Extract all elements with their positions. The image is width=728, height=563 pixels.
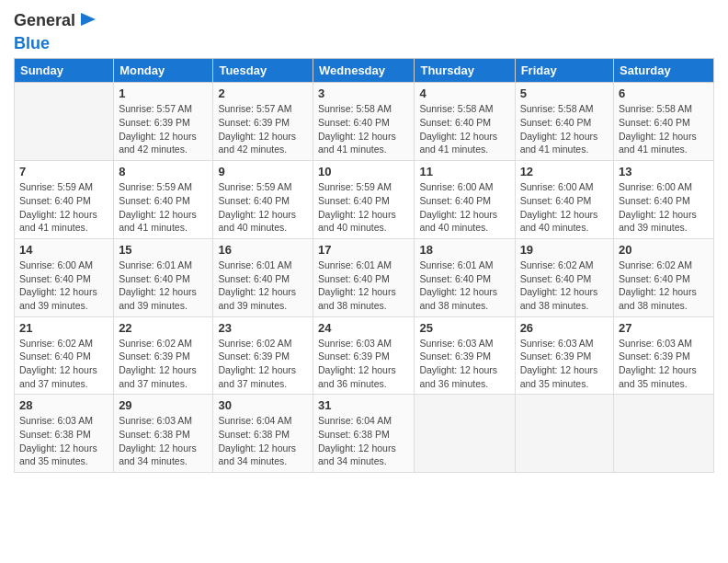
day-cell: 12Sunrise: 6:00 AMSunset: 6:40 PMDayligh… [515, 161, 613, 239]
day-number: 27 [619, 321, 709, 335]
calendar-table: SundayMondayTuesdayWednesdayThursdayFrid… [14, 58, 714, 473]
day-cell: 4Sunrise: 5:58 AMSunset: 6:40 PMDaylight… [415, 83, 515, 161]
week-row-1: 1Sunrise: 5:57 AMSunset: 6:39 PMDaylight… [15, 83, 714, 161]
day-number: 10 [318, 165, 409, 178]
day-cell: 5Sunrise: 5:58 AMSunset: 6:40 PMDaylight… [515, 83, 613, 161]
logo: General Blue [14, 9, 97, 52]
day-cell: 22Sunrise: 6:02 AMSunset: 6:39 PMDayligh… [114, 316, 213, 395]
day-detail: Sunrise: 6:02 AMSunset: 6:40 PMDaylight:… [19, 337, 108, 391]
day-number: 17 [318, 243, 409, 257]
day-detail: Sunrise: 6:01 AMSunset: 6:40 PMDaylight:… [218, 259, 308, 313]
day-cell: 20Sunrise: 6:02 AMSunset: 6:40 PMDayligh… [614, 238, 714, 316]
day-cell: 31Sunrise: 6:04 AMSunset: 6:38 PMDayligh… [313, 395, 415, 473]
day-cell: 13Sunrise: 6:00 AMSunset: 6:40 PMDayligh… [614, 161, 714, 239]
day-number: 5 [520, 86, 609, 100]
header-monday: Monday [114, 59, 213, 83]
day-detail: Sunrise: 6:00 AMSunset: 6:40 PMDaylight:… [619, 180, 709, 235]
logo-blue: Blue [14, 34, 97, 53]
day-detail: Sunrise: 6:02 AMSunset: 6:40 PMDaylight:… [520, 259, 609, 313]
day-number: 2 [218, 86, 308, 100]
day-cell: 2Sunrise: 5:57 AMSunset: 6:39 PMDaylight… [213, 83, 313, 161]
header-friday: Friday [515, 59, 613, 83]
day-cell: 15Sunrise: 6:01 AMSunset: 6:40 PMDayligh… [114, 238, 213, 316]
day-detail: Sunrise: 6:03 AMSunset: 6:38 PMDaylight:… [119, 414, 208, 468]
day-number: 28 [19, 398, 108, 412]
day-number: 20 [619, 243, 709, 257]
week-row-3: 14Sunrise: 6:00 AMSunset: 6:40 PMDayligh… [15, 238, 714, 316]
day-cell: 24Sunrise: 6:03 AMSunset: 6:39 PMDayligh… [313, 316, 415, 395]
day-detail: Sunrise: 5:57 AMSunset: 6:39 PMDaylight:… [218, 102, 308, 156]
day-detail: Sunrise: 6:00 AMSunset: 6:40 PMDaylight:… [520, 180, 609, 235]
day-detail: Sunrise: 5:58 AMSunset: 6:40 PMDaylight:… [318, 102, 409, 156]
day-cell [15, 83, 114, 161]
day-detail: Sunrise: 5:58 AMSunset: 6:40 PMDaylight:… [520, 102, 609, 156]
page: General Blue SundayMondayTuesdayWednesda… [0, 0, 728, 563]
day-number: 13 [619, 165, 709, 178]
day-cell: 10Sunrise: 5:59 AMSunset: 6:40 PMDayligh… [313, 161, 415, 239]
day-number: 31 [318, 398, 409, 412]
day-detail: Sunrise: 6:02 AMSunset: 6:39 PMDaylight:… [119, 337, 208, 391]
day-cell: 30Sunrise: 6:04 AMSunset: 6:38 PMDayligh… [213, 395, 313, 473]
calendar-header-row: SundayMondayTuesdayWednesdayThursdayFrid… [15, 59, 714, 83]
day-detail: Sunrise: 6:01 AMSunset: 6:40 PMDaylight:… [318, 259, 409, 313]
day-cell: 18Sunrise: 6:01 AMSunset: 6:40 PMDayligh… [415, 238, 515, 316]
day-detail: Sunrise: 6:03 AMSunset: 6:38 PMDaylight:… [19, 414, 108, 468]
day-cell: 27Sunrise: 6:03 AMSunset: 6:39 PMDayligh… [614, 316, 714, 395]
day-number: 25 [419, 321, 509, 335]
day-cell: 25Sunrise: 6:03 AMSunset: 6:39 PMDayligh… [415, 316, 515, 395]
day-detail: Sunrise: 6:03 AMSunset: 6:39 PMDaylight:… [520, 337, 609, 391]
logo-general: General [14, 9, 97, 34]
day-cell: 23Sunrise: 6:02 AMSunset: 6:39 PMDayligh… [213, 316, 313, 395]
day-detail: Sunrise: 6:02 AMSunset: 6:40 PMDaylight:… [619, 259, 709, 313]
logo-icon [77, 9, 97, 29]
day-detail: Sunrise: 6:00 AMSunset: 6:40 PMDaylight:… [419, 180, 509, 235]
day-number: 30 [218, 398, 308, 412]
day-number: 18 [419, 243, 509, 257]
day-number: 11 [419, 165, 509, 178]
day-number: 7 [19, 165, 108, 178]
header-thursday: Thursday [415, 59, 515, 83]
day-cell: 8Sunrise: 5:59 AMSunset: 6:40 PMDaylight… [114, 161, 213, 239]
day-cell: 16Sunrise: 6:01 AMSunset: 6:40 PMDayligh… [213, 238, 313, 316]
day-cell: 3Sunrise: 5:58 AMSunset: 6:40 PMDaylight… [313, 83, 415, 161]
day-number: 6 [619, 86, 709, 100]
day-cell: 11Sunrise: 6:00 AMSunset: 6:40 PMDayligh… [415, 161, 515, 239]
day-number: 26 [520, 321, 609, 335]
day-cell: 19Sunrise: 6:02 AMSunset: 6:40 PMDayligh… [515, 238, 613, 316]
day-cell: 17Sunrise: 6:01 AMSunset: 6:40 PMDayligh… [313, 238, 415, 316]
day-detail: Sunrise: 6:02 AMSunset: 6:39 PMDaylight:… [218, 337, 308, 391]
day-detail: Sunrise: 6:04 AMSunset: 6:38 PMDaylight:… [318, 414, 409, 468]
day-number: 1 [119, 86, 208, 100]
day-number: 15 [119, 243, 208, 257]
day-detail: Sunrise: 5:59 AMSunset: 6:40 PMDaylight:… [318, 180, 409, 235]
day-detail: Sunrise: 6:03 AMSunset: 6:39 PMDaylight:… [318, 337, 409, 391]
day-number: 8 [119, 165, 208, 178]
day-cell [415, 395, 515, 473]
day-number: 19 [520, 243, 609, 257]
day-detail: Sunrise: 6:03 AMSunset: 6:39 PMDaylight:… [619, 337, 709, 391]
svg-marker-0 [81, 13, 96, 26]
day-cell: 28Sunrise: 6:03 AMSunset: 6:38 PMDayligh… [15, 395, 114, 473]
day-number: 22 [119, 321, 208, 335]
day-number: 4 [419, 86, 509, 100]
day-number: 3 [318, 86, 409, 100]
day-number: 16 [218, 243, 308, 257]
day-number: 24 [318, 321, 409, 335]
day-cell: 14Sunrise: 6:00 AMSunset: 6:40 PMDayligh… [15, 238, 114, 316]
day-cell: 7Sunrise: 5:59 AMSunset: 6:40 PMDaylight… [15, 161, 114, 239]
day-detail: Sunrise: 6:04 AMSunset: 6:38 PMDaylight:… [218, 414, 308, 468]
day-cell: 1Sunrise: 5:57 AMSunset: 6:39 PMDaylight… [114, 83, 213, 161]
header-saturday: Saturday [614, 59, 714, 83]
day-detail: Sunrise: 5:59 AMSunset: 6:40 PMDaylight:… [19, 180, 108, 235]
header-tuesday: Tuesday [213, 59, 313, 83]
day-cell [614, 395, 714, 473]
day-number: 12 [520, 165, 609, 178]
day-number: 21 [19, 321, 108, 335]
day-cell: 29Sunrise: 6:03 AMSunset: 6:38 PMDayligh… [114, 395, 213, 473]
day-cell: 9Sunrise: 5:59 AMSunset: 6:40 PMDaylight… [213, 161, 313, 239]
day-number: 9 [218, 165, 308, 178]
day-detail: Sunrise: 6:00 AMSunset: 6:40 PMDaylight:… [19, 259, 108, 313]
day-detail: Sunrise: 5:59 AMSunset: 6:40 PMDaylight:… [119, 180, 208, 235]
day-detail: Sunrise: 5:57 AMSunset: 6:39 PMDaylight:… [119, 102, 208, 156]
week-row-4: 21Sunrise: 6:02 AMSunset: 6:40 PMDayligh… [15, 316, 714, 395]
